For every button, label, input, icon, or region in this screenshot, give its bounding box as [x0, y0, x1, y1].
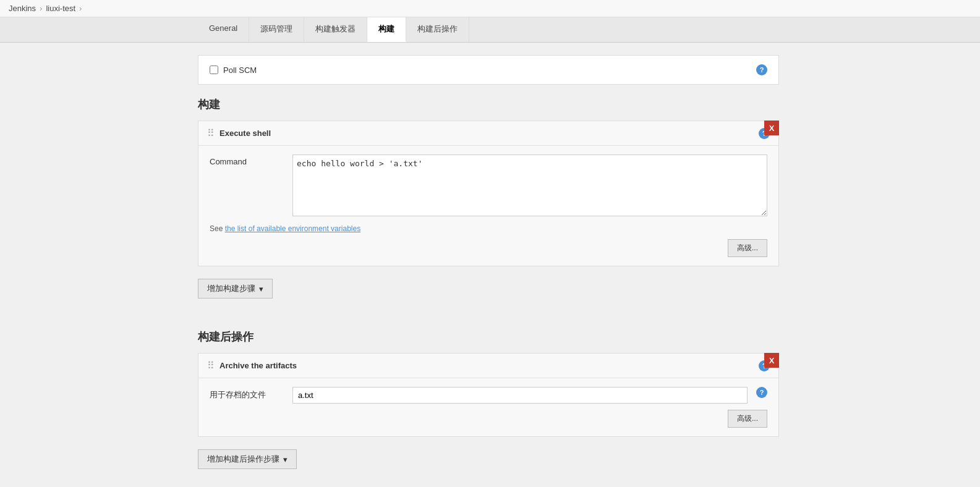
tab-build[interactable]: 构建 [367, 17, 406, 42]
env-vars-text: See [210, 224, 225, 233]
archive-artifacts-drag-handle[interactable]: ⠿ [207, 360, 215, 371]
file-row: 用于存档的文件 ? [210, 387, 767, 404]
breadcrumb-sep-2: › [79, 4, 82, 13]
build-section-title: 构建 [198, 97, 779, 112]
env-vars-link-row: See the list of available environment va… [210, 224, 767, 233]
add-post-build-step-button[interactable]: 增加构建后操作步骤 ▾ [198, 449, 297, 469]
breadcrumb-jenkins[interactable]: Jenkins [9, 4, 36, 13]
tab-post-build[interactable]: 构建后操作 [406, 17, 469, 42]
execute-shell-card: X ⠿ Execute shell ? Command echo hello w… [198, 121, 779, 266]
add-build-step-dropdown-icon: ▾ [259, 284, 263, 294]
command-control: echo hello world > 'a.txt' [292, 155, 767, 218]
add-build-step-label: 增加构建步骤 [207, 283, 255, 294]
add-build-step-button[interactable]: 增加构建步骤 ▾ [198, 279, 273, 299]
tab-source[interactable]: 源码管理 [249, 17, 304, 42]
execute-shell-header: ⠿ Execute shell ? [198, 121, 778, 146]
file-input-help-icon[interactable]: ? [756, 387, 767, 398]
poll-scm-help-icon[interactable]: ? [756, 64, 767, 75]
tab-triggers[interactable]: 构建触发器 [304, 17, 367, 42]
breadcrumb-liuxi-test[interactable]: liuxi-test [46, 4, 75, 13]
tab-general[interactable]: General [198, 17, 249, 42]
command-label: Command [210, 155, 284, 166]
env-vars-link[interactable]: the list of available environment variab… [225, 224, 360, 233]
execute-shell-body: Command echo hello world > 'a.txt' See t… [198, 146, 778, 266]
archive-artifacts-header: ⠿ Archive the artifacts ? [198, 354, 778, 378]
archive-artifacts-card: X ⠿ Archive the artifacts ? 用于存档的文件 ? 高级… [198, 353, 779, 437]
command-row: Command echo hello world > 'a.txt' [210, 155, 767, 218]
breadcrumb-sep-1: › [40, 4, 42, 13]
execute-shell-drag-handle[interactable]: ⠿ [207, 127, 215, 139]
main-content: Poll SCM ? 构建 X ⠿ Execute shell ? Comman… [0, 43, 980, 487]
command-textarea[interactable]: echo hello world > 'a.txt' [292, 155, 767, 216]
execute-shell-advanced-button[interactable]: 高级... [728, 239, 767, 257]
archive-artifacts-title: Archive the artifacts [219, 361, 754, 370]
poll-scm-row: Poll SCM ? [198, 55, 779, 85]
content-area: Poll SCM ? 构建 X ⠿ Execute shell ? Comman… [198, 43, 791, 487]
file-input[interactable] [292, 387, 748, 404]
add-post-build-step-dropdown-icon: ▾ [283, 455, 288, 464]
execute-shell-title: Execute shell [219, 129, 754, 138]
file-label: 用于存档的文件 [210, 387, 284, 400]
add-post-build-step-label: 增加构建后操作步骤 [207, 454, 279, 465]
file-control [292, 387, 748, 404]
post-build-section-title: 构建后操作 [198, 329, 779, 344]
archive-artifacts-close-button[interactable]: X [764, 353, 779, 368]
archive-artifacts-body: 用于存档的文件 ? 高级... [198, 378, 778, 436]
archive-artifacts-advanced-button[interactable]: 高级... [728, 410, 767, 428]
poll-scm-label: Poll SCM [223, 66, 257, 75]
poll-scm-left: Poll SCM [210, 66, 257, 75]
poll-scm-checkbox[interactable] [210, 66, 218, 74]
tabs-bar: General 源码管理 构建触发器 构建 构建后操作 [0, 17, 980, 43]
breadcrumb: Jenkins › liuxi-test › [0, 0, 980, 17]
execute-shell-close-button[interactable]: X [764, 121, 779, 135]
